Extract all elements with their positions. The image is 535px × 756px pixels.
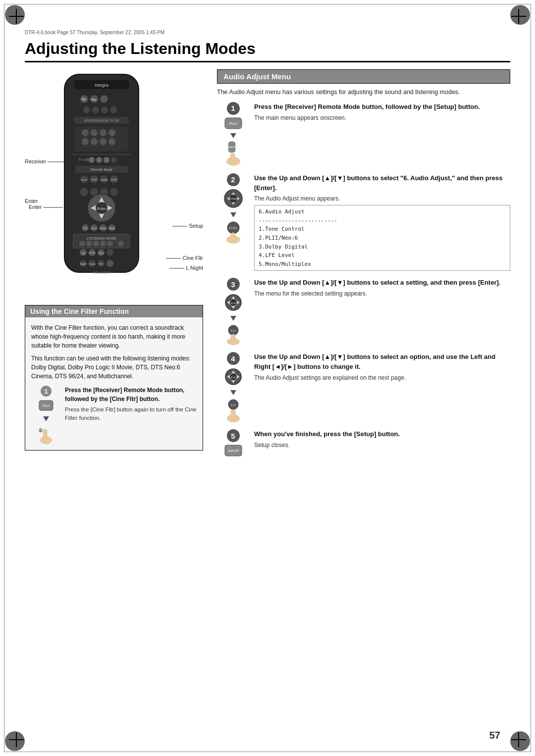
cine-step-num: 1 bbox=[41, 386, 52, 397]
cine-step1-text: Press the [Receiver] Remote Mode button,… bbox=[65, 386, 197, 423]
svg-point-9 bbox=[92, 106, 99, 113]
step3-enter-icon: Entr bbox=[223, 293, 243, 312]
svg-text:SetUP: SetUP bbox=[227, 449, 239, 453]
cine-intro1: With the Cine Filter function, you can c… bbox=[31, 323, 197, 350]
svg-marker-131 bbox=[230, 390, 236, 395]
step3-hand-icon: Entr bbox=[222, 323, 244, 345]
svg-text:Entr: Entr bbox=[230, 403, 236, 406]
step5-sub: Setup closes. bbox=[254, 441, 510, 450]
svg-text:On: On bbox=[81, 98, 86, 101]
step5-setup-icon: SetUP bbox=[224, 444, 243, 457]
svg-text:DTS: DTS bbox=[89, 252, 95, 254]
svg-rect-111 bbox=[231, 233, 235, 241]
svg-point-8 bbox=[83, 106, 90, 113]
svg-text:Rcvr: Rcvr bbox=[229, 121, 237, 126]
receiver-icon: Rcvr bbox=[37, 399, 55, 412]
step3-sub: The menu for the selected setting appear… bbox=[254, 289, 510, 298]
corner-mark-bl bbox=[9, 732, 24, 747]
svg-text:dtsx: dtsx bbox=[98, 252, 104, 254]
svg-point-5 bbox=[100, 95, 108, 103]
step3-bold: Use the Up and Down [▲]/[▼] buttons to s… bbox=[254, 279, 500, 286]
step2-hand-icon: Enter bbox=[221, 220, 245, 244]
content-area: Integra On Stby VCR/DVD/VGA TV CH bbox=[25, 69, 510, 726]
svg-marker-119 bbox=[230, 316, 236, 321]
svg-point-27 bbox=[104, 157, 109, 163]
header-text: DTR-4.6.book Page 57 Thursday, September… bbox=[25, 30, 164, 35]
step2-num: 2 bbox=[227, 173, 240, 186]
step2-sub: The Audio Adjust menu appears. bbox=[254, 194, 510, 203]
svg-point-18 bbox=[108, 129, 115, 136]
svg-rect-135 bbox=[231, 409, 235, 419]
svg-rect-90 bbox=[43, 429, 47, 439]
cine-fltr-label: Cine Fltr bbox=[166, 255, 203, 261]
audio-step-1: 1 Rcvr SetUP Press the [Receiver] Remote… bbox=[217, 102, 510, 166]
step4-sub: The Audio Adjust settings are explained … bbox=[254, 373, 510, 382]
cine-filter-section: Using the Cine Filter Function With the … bbox=[25, 305, 203, 451]
step5-num: 5 bbox=[227, 429, 240, 442]
step3-num: 3 bbox=[227, 278, 240, 291]
step4-text: Use the Up and Down [▲]/[▼] buttons to s… bbox=[254, 352, 510, 382]
svg-text:Stby: Stby bbox=[91, 98, 97, 101]
cine-step-1: 1 Rcvr bbox=[31, 386, 197, 444]
step1-arrow-icon bbox=[230, 132, 237, 139]
svg-text:Rcvr: Rcvr bbox=[91, 227, 97, 230]
svg-point-65 bbox=[118, 241, 124, 247]
svg-text:Remote Mode: Remote Mode bbox=[91, 168, 112, 171]
step3-arrow-icon bbox=[230, 314, 237, 321]
svg-text:Entr: Entr bbox=[230, 329, 236, 332]
svg-point-19 bbox=[82, 138, 89, 145]
svg-marker-107 bbox=[230, 212, 236, 217]
corner-mark-tr bbox=[511, 9, 526, 24]
corner-mark-br bbox=[511, 732, 526, 747]
audio-intro-text: The Audio Adjust menu has various settin… bbox=[217, 84, 510, 102]
step2-bold: Use the Up and Down [▲]/[▼] buttons to s… bbox=[254, 174, 503, 192]
left-column: Integra On Stby VCR/DVD/VGA TV CH bbox=[25, 69, 203, 726]
svg-text:Off: Off bbox=[83, 227, 87, 230]
step1-hand-setup-icon: SetUP bbox=[221, 141, 245, 166]
svg-point-20 bbox=[91, 138, 98, 145]
svg-point-28 bbox=[111, 157, 117, 163]
step1-bold: Press the [Receiver] Remote Mode button,… bbox=[254, 103, 480, 110]
hand-press-icon: Cf bbox=[36, 424, 56, 444]
step3-text: Use the Up and Down [▲]/[▼] buttons to s… bbox=[254, 278, 510, 298]
svg-point-63 bbox=[100, 241, 106, 247]
svg-point-11 bbox=[110, 106, 117, 113]
svg-text:Multi: Multi bbox=[109, 227, 115, 230]
step4-hand-icon: Entr bbox=[222, 398, 244, 422]
svg-point-17 bbox=[100, 129, 107, 136]
svg-point-42 bbox=[110, 188, 118, 196]
svg-point-15 bbox=[82, 129, 89, 136]
svg-point-16 bbox=[91, 129, 98, 136]
step4-bold: Use the Up and Down [▲]/[▼] buttons to s… bbox=[254, 353, 495, 370]
l-night-label: L Night bbox=[169, 265, 203, 271]
svg-text:Entr: Entr bbox=[230, 376, 236, 379]
step4-dpad-icon: Entr bbox=[223, 367, 243, 387]
step5-bold: When you've finished, press the [Setup] … bbox=[254, 430, 400, 438]
svg-point-10 bbox=[101, 106, 108, 113]
svg-text:Cf: Cf bbox=[40, 428, 43, 431]
step4-arrow-icon bbox=[230, 389, 237, 396]
step2-arrow-icon bbox=[230, 211, 237, 218]
svg-point-39 bbox=[80, 188, 88, 196]
svg-text:Cable: Cable bbox=[100, 178, 108, 181]
audio-adjust-header: Audio Adjust Menu bbox=[217, 69, 510, 84]
svg-point-26 bbox=[96, 157, 102, 163]
svg-point-61 bbox=[86, 241, 92, 247]
step1-receiver-icon: Rcvr bbox=[224, 117, 243, 130]
svg-text:Enter: Enter bbox=[97, 206, 106, 211]
step1-text: Press the [Receiver] Remote Mode button,… bbox=[254, 102, 510, 122]
arrow-down-icon bbox=[42, 414, 50, 422]
audio-step-5: 5 SetUP When you've finished, press the … bbox=[217, 429, 510, 457]
svg-text:DVD: DVD bbox=[91, 178, 98, 181]
svg-text:Entr: Entr bbox=[230, 302, 236, 304]
step5-text: When you've finished, press the [Setup] … bbox=[254, 429, 510, 450]
svg-marker-88 bbox=[43, 416, 49, 421]
remote-svg: Integra On Stby VCR/DVD/VGA TV CH bbox=[45, 69, 159, 297]
svg-text:Enter: Enter bbox=[229, 226, 237, 230]
svg-point-76 bbox=[107, 260, 113, 267]
svg-text:Rcvr: Rcvr bbox=[43, 404, 50, 407]
svg-text:Integra: Integra bbox=[95, 83, 108, 88]
svg-text:Rcvr: Rcvr bbox=[81, 178, 87, 181]
svg-text:Enter: Enter bbox=[229, 197, 237, 201]
svg-text:Input: Input bbox=[89, 262, 96, 265]
